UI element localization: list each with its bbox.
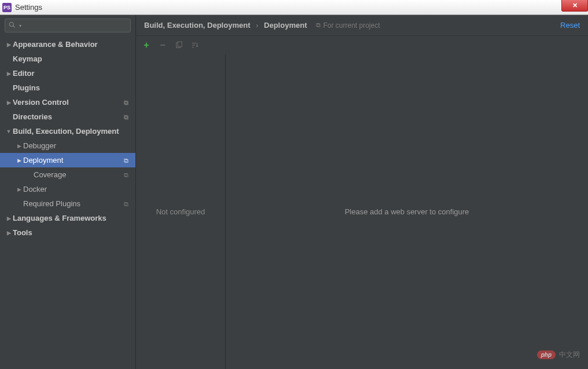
search-icon	[9, 21, 16, 30]
expand-arrow-icon[interactable]	[5, 100, 13, 105]
sidebar-item-version-control[interactable]: Version Control⧉	[0, 95, 135, 109]
sidebar-item-tools[interactable]: Tools	[0, 225, 135, 240]
project-scope-icon: ⧉	[124, 171, 131, 178]
sidebar-item-build-execution-deployment[interactable]: Build, Execution, Deployment	[0, 124, 135, 138]
breadcrumb-separator-icon: ›	[256, 21, 258, 30]
copy-server-button[interactable]	[174, 41, 183, 50]
server-list-panel: Not configured	[136, 54, 226, 369]
sort-button[interactable]	[190, 41, 200, 50]
project-scope-icon: ⧉	[124, 157, 131, 164]
deployment-toolbar: + −	[136, 36, 588, 54]
settings-tree: Appearance & BehaviorKeymapEditorPlugins…	[0, 37, 135, 369]
expand-arrow-icon[interactable]	[15, 158, 23, 163]
search-input[interactable]: ▾	[5, 19, 131, 32]
sidebar-item-required-plugins[interactable]: Required Plugins⧉	[0, 196, 135, 211]
empty-state-message: Please add a web server to configure	[345, 207, 469, 216]
sidebar-item-label: Build, Execution, Deployment	[13, 127, 131, 136]
deployment-panels: Not configured Please add a web server t…	[136, 54, 588, 369]
expand-arrow-icon[interactable]	[5, 42, 13, 48]
expand-arrow-icon[interactable]	[15, 143, 23, 149]
expand-arrow-icon[interactable]	[5, 215, 13, 221]
breadcrumb: Build, Execution, Deployment › Deploymen…	[144, 21, 307, 30]
breadcrumb-row: Build, Execution, Deployment › Deploymen…	[136, 15, 588, 36]
sidebar-item-directories[interactable]: Directories⧉	[0, 109, 135, 124]
project-scope-icon: ⧉	[124, 99, 131, 106]
titlebar: PS Settings ✕	[0, 0, 588, 15]
sidebar-item-languages-frameworks[interactable]: Languages & Frameworks	[0, 211, 135, 225]
watermark-text: 中文网	[559, 350, 580, 360]
app-icon: PS	[2, 3, 12, 12]
watermark: php 中文网	[537, 350, 580, 360]
server-details-panel: Please add a web server to configure	[226, 54, 588, 369]
svg-rect-3	[178, 42, 182, 47]
expand-arrow-icon[interactable]	[5, 129, 13, 134]
sidebar-item-label: Appearance & Behavior	[13, 40, 131, 49]
window-title: Settings	[15, 3, 42, 12]
sidebar-item-label: Tools	[13, 228, 131, 237]
sidebar-item-appearance-behavior[interactable]: Appearance & Behavior	[0, 37, 135, 52]
remove-server-button[interactable]: −	[158, 41, 167, 50]
sidebar-item-label: Coverage	[34, 170, 124, 179]
for-current-project-text: For current project	[323, 21, 380, 30]
breadcrumb-parent: Build, Execution, Deployment	[144, 21, 250, 30]
project-scope-icon: ⧉	[124, 200, 131, 207]
sidebar-item-label: Docker	[23, 185, 131, 193]
svg-point-0	[10, 22, 14, 26]
not-configured-label: Not configured	[156, 207, 205, 216]
sidebar-item-label: Debugger	[23, 141, 131, 150]
expand-arrow-icon[interactable]	[15, 187, 23, 192]
sidebar-item-editor[interactable]: Editor	[0, 66, 135, 81]
expand-arrow-icon[interactable]	[5, 71, 13, 76]
sidebar-item-plugins[interactable]: Plugins	[0, 81, 135, 95]
sidebar-item-label: Plugins	[13, 83, 131, 92]
add-server-button[interactable]: +	[142, 41, 151, 50]
copy-icon: ⧉	[316, 21, 321, 29]
sidebar-item-label: Languages & Frameworks	[13, 214, 131, 222]
sidebar-item-label: Editor	[13, 69, 131, 78]
sidebar-item-keymap[interactable]: Keymap	[0, 52, 135, 66]
sidebar-item-label: Deployment	[23, 156, 124, 165]
content-area: ▾ Appearance & BehaviorKeymapEditorPlugi…	[0, 15, 588, 369]
main-panel: Build, Execution, Deployment › Deploymen…	[136, 15, 588, 369]
breadcrumb-current: Deployment	[264, 21, 307, 30]
sidebar-item-label: Version Control	[13, 98, 124, 107]
sidebar-item-coverage[interactable]: Coverage⧉	[0, 167, 135, 182]
for-current-project-label: ⧉ For current project	[316, 21, 380, 30]
svg-line-1	[13, 25, 15, 27]
sidebar-item-label: Required Plugins	[23, 199, 124, 208]
sidebar-item-deployment[interactable]: Deployment⧉	[0, 153, 135, 167]
sidebar-item-label: Directories	[13, 112, 124, 121]
sidebar-item-label: Keymap	[13, 54, 131, 63]
project-scope-icon: ⧉	[124, 114, 131, 120]
reset-link[interactable]: Reset	[560, 21, 580, 30]
search-dropdown-icon: ▾	[19, 23, 21, 28]
settings-sidebar: ▾ Appearance & BehaviorKeymapEditorPlugi…	[0, 15, 136, 369]
watermark-pill: php	[537, 350, 556, 359]
expand-arrow-icon[interactable]	[5, 230, 13, 236]
sidebar-item-docker[interactable]: Docker	[0, 182, 135, 196]
close-button[interactable]: ✕	[561, 0, 588, 12]
sidebar-item-debugger[interactable]: Debugger	[0, 138, 135, 153]
